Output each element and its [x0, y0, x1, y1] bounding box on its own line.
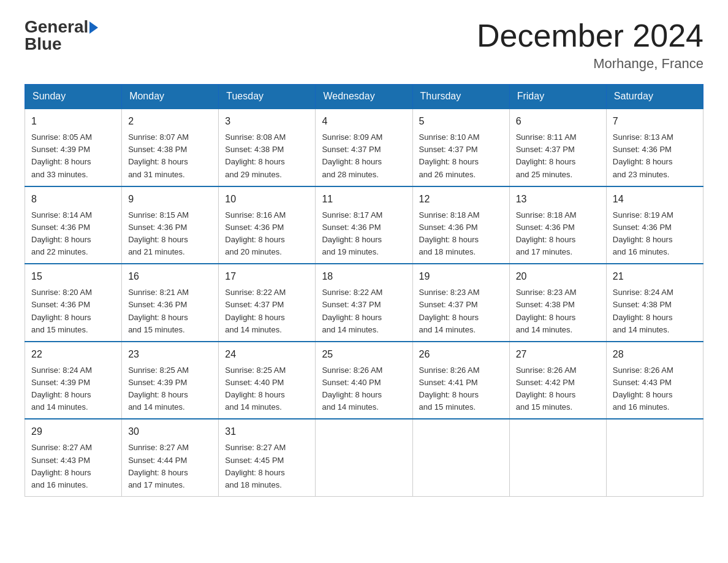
calendar-cell: 8Sunrise: 8:14 AM Sunset: 4:36 PM Daylig…	[25, 186, 122, 264]
calendar-cell: 11Sunrise: 8:17 AM Sunset: 4:36 PM Dayli…	[316, 186, 412, 264]
calendar-cell	[606, 419, 703, 496]
page-title: December 2024	[477, 18, 703, 53]
day-number: 8	[31, 192, 115, 207]
day-info: Sunrise: 8:05 AM Sunset: 4:39 PM Dayligh…	[31, 131, 115, 181]
header-tuesday: Tuesday	[219, 85, 316, 109]
calendar-cell: 9Sunrise: 8:15 AM Sunset: 4:36 PM Daylig…	[122, 186, 219, 264]
day-info: Sunrise: 8:20 AM Sunset: 4:36 PM Dayligh…	[31, 286, 115, 336]
day-info: Sunrise: 8:18 AM Sunset: 4:36 PM Dayligh…	[516, 209, 600, 259]
calendar-cell: 4Sunrise: 8:09 AM Sunset: 4:37 PM Daylig…	[316, 109, 412, 186]
day-info: Sunrise: 8:08 AM Sunset: 4:38 PM Dayligh…	[225, 131, 309, 181]
week-row-5: 29Sunrise: 8:27 AM Sunset: 4:43 PM Dayli…	[25, 419, 703, 496]
logo: General Blue	[25, 18, 98, 53]
calendar-cell: 14Sunrise: 8:19 AM Sunset: 4:36 PM Dayli…	[606, 186, 703, 264]
day-number: 6	[516, 114, 600, 129]
calendar-cell	[509, 419, 606, 496]
header-sunday: Sunday	[25, 85, 122, 109]
day-number: 29	[31, 424, 115, 439]
calendar-cell: 16Sunrise: 8:21 AM Sunset: 4:36 PM Dayli…	[122, 264, 219, 342]
day-info: Sunrise: 8:09 AM Sunset: 4:37 PM Dayligh…	[322, 131, 406, 181]
day-number: 27	[516, 347, 600, 362]
header-row: SundayMondayTuesdayWednesdayThursdayFrid…	[25, 85, 703, 109]
calendar-cell: 23Sunrise: 8:25 AM Sunset: 4:39 PM Dayli…	[122, 342, 219, 419]
calendar-cell: 5Sunrise: 8:10 AM Sunset: 4:37 PM Daylig…	[412, 109, 509, 186]
calendar-cell: 21Sunrise: 8:24 AM Sunset: 4:38 PM Dayli…	[606, 264, 703, 342]
day-number: 26	[419, 347, 503, 362]
day-number: 20	[516, 269, 600, 284]
day-info: Sunrise: 8:26 AM Sunset: 4:40 PM Dayligh…	[322, 364, 406, 414]
day-info: Sunrise: 8:11 AM Sunset: 4:37 PM Dayligh…	[516, 131, 600, 181]
calendar-cell: 6Sunrise: 8:11 AM Sunset: 4:37 PM Daylig…	[509, 109, 606, 186]
day-number: 25	[322, 347, 406, 362]
calendar-cell	[316, 419, 412, 496]
day-info: Sunrise: 8:23 AM Sunset: 4:38 PM Dayligh…	[516, 286, 600, 336]
day-number: 22	[31, 347, 115, 362]
calendar-cell: 10Sunrise: 8:16 AM Sunset: 4:36 PM Dayli…	[219, 186, 316, 264]
day-number: 13	[516, 192, 600, 207]
header-saturday: Saturday	[606, 85, 703, 109]
calendar-cell: 28Sunrise: 8:26 AM Sunset: 4:43 PM Dayli…	[606, 342, 703, 419]
calendar-cell: 7Sunrise: 8:13 AM Sunset: 4:36 PM Daylig…	[606, 109, 703, 186]
day-info: Sunrise: 8:27 AM Sunset: 4:45 PM Dayligh…	[225, 442, 309, 491]
calendar-cell: 29Sunrise: 8:27 AM Sunset: 4:43 PM Dayli…	[25, 419, 122, 496]
day-info: Sunrise: 8:13 AM Sunset: 4:36 PM Dayligh…	[613, 131, 697, 181]
day-info: Sunrise: 8:17 AM Sunset: 4:36 PM Dayligh…	[322, 209, 406, 259]
day-info: Sunrise: 8:24 AM Sunset: 4:39 PM Dayligh…	[31, 364, 115, 414]
week-row-1: 1Sunrise: 8:05 AM Sunset: 4:39 PM Daylig…	[25, 109, 703, 186]
calendar-cell: 30Sunrise: 8:27 AM Sunset: 4:44 PM Dayli…	[122, 419, 219, 496]
day-info: Sunrise: 8:27 AM Sunset: 4:44 PM Dayligh…	[128, 442, 212, 491]
day-number: 12	[419, 192, 503, 207]
day-info: Sunrise: 8:23 AM Sunset: 4:37 PM Dayligh…	[419, 286, 503, 336]
day-info: Sunrise: 8:16 AM Sunset: 4:36 PM Dayligh…	[225, 209, 309, 259]
day-info: Sunrise: 8:22 AM Sunset: 4:37 PM Dayligh…	[322, 286, 406, 336]
day-info: Sunrise: 8:26 AM Sunset: 4:42 PM Dayligh…	[516, 364, 600, 414]
calendar-cell: 25Sunrise: 8:26 AM Sunset: 4:40 PM Dayli…	[316, 342, 412, 419]
week-row-3: 15Sunrise: 8:20 AM Sunset: 4:36 PM Dayli…	[25, 264, 703, 342]
day-number: 30	[128, 424, 212, 439]
calendar-cell: 27Sunrise: 8:26 AM Sunset: 4:42 PM Dayli…	[509, 342, 606, 419]
day-number: 10	[225, 192, 309, 207]
logo-text-general: General	[25, 18, 88, 36]
calendar-cell: 15Sunrise: 8:20 AM Sunset: 4:36 PM Dayli…	[25, 264, 122, 342]
calendar-cell: 24Sunrise: 8:25 AM Sunset: 4:40 PM Dayli…	[219, 342, 316, 419]
day-info: Sunrise: 8:10 AM Sunset: 4:37 PM Dayligh…	[419, 131, 503, 181]
day-number: 9	[128, 192, 212, 207]
day-info: Sunrise: 8:26 AM Sunset: 4:41 PM Dayligh…	[419, 364, 503, 414]
week-row-2: 8Sunrise: 8:14 AM Sunset: 4:36 PM Daylig…	[25, 186, 703, 264]
day-number: 18	[322, 269, 406, 284]
day-number: 14	[613, 192, 697, 207]
calendar-cell: 2Sunrise: 8:07 AM Sunset: 4:38 PM Daylig…	[122, 109, 219, 186]
day-number: 24	[225, 347, 309, 362]
day-info: Sunrise: 8:24 AM Sunset: 4:38 PM Dayligh…	[613, 286, 697, 336]
day-info: Sunrise: 8:07 AM Sunset: 4:38 PM Dayligh…	[128, 131, 212, 181]
calendar-cell: 22Sunrise: 8:24 AM Sunset: 4:39 PM Dayli…	[25, 342, 122, 419]
day-number: 28	[613, 347, 697, 362]
calendar-cell: 13Sunrise: 8:18 AM Sunset: 4:36 PM Dayli…	[509, 186, 606, 264]
day-number: 5	[419, 114, 503, 129]
page-header: General Blue December 2024 Morhange, Fra…	[25, 18, 703, 72]
calendar-cell: 3Sunrise: 8:08 AM Sunset: 4:38 PM Daylig…	[219, 109, 316, 186]
calendar-table: SundayMondayTuesdayWednesdayThursdayFrid…	[25, 84, 703, 497]
calendar-cell: 19Sunrise: 8:23 AM Sunset: 4:37 PM Dayli…	[412, 264, 509, 342]
day-number: 17	[225, 269, 309, 284]
page-subtitle: Morhange, France	[477, 56, 703, 72]
calendar-cell: 1Sunrise: 8:05 AM Sunset: 4:39 PM Daylig…	[25, 109, 122, 186]
day-info: Sunrise: 8:21 AM Sunset: 4:36 PM Dayligh…	[128, 286, 212, 336]
day-number: 19	[419, 269, 503, 284]
day-info: Sunrise: 8:18 AM Sunset: 4:36 PM Dayligh…	[419, 209, 503, 259]
day-info: Sunrise: 8:26 AM Sunset: 4:43 PM Dayligh…	[613, 364, 697, 414]
calendar-cell: 18Sunrise: 8:22 AM Sunset: 4:37 PM Dayli…	[316, 264, 412, 342]
calendar-cell: 17Sunrise: 8:22 AM Sunset: 4:37 PM Dayli…	[219, 264, 316, 342]
day-info: Sunrise: 8:25 AM Sunset: 4:39 PM Dayligh…	[128, 364, 212, 414]
header-monday: Monday	[122, 85, 219, 109]
day-number: 2	[128, 114, 212, 129]
day-info: Sunrise: 8:15 AM Sunset: 4:36 PM Dayligh…	[128, 209, 212, 259]
title-block: December 2024 Morhange, France	[477, 18, 703, 72]
logo-text-blue: Blue	[25, 36, 62, 53]
day-number: 15	[31, 269, 115, 284]
header-wednesday: Wednesday	[316, 85, 412, 109]
day-number: 21	[613, 269, 697, 284]
header-friday: Friday	[509, 85, 606, 109]
day-info: Sunrise: 8:22 AM Sunset: 4:37 PM Dayligh…	[225, 286, 309, 336]
logo-arrow-icon	[89, 21, 98, 34]
